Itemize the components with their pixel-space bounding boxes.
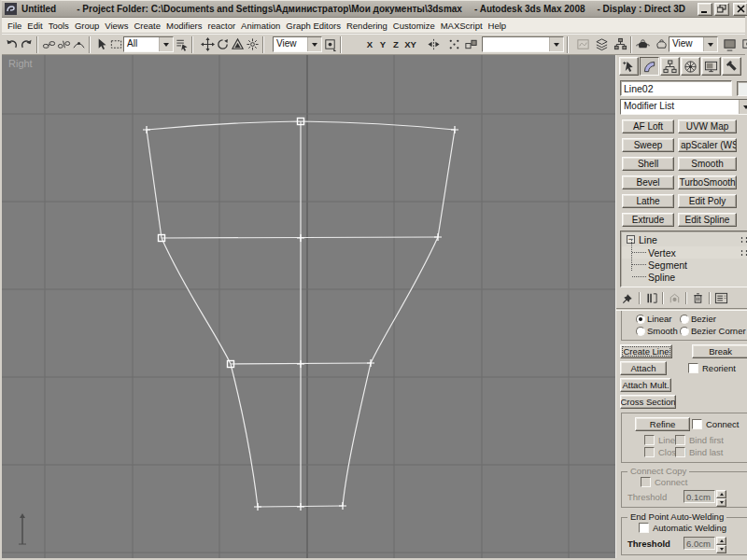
named-selection-combo-arrow[interactable] (549, 37, 563, 51)
minimize-button[interactable] (698, 3, 712, 16)
render-setup-icon[interactable] (635, 36, 650, 53)
viewport-label[interactable]: Right (8, 58, 33, 69)
select-scale-icon[interactable] (230, 36, 245, 53)
modifier-list-arrow[interactable] (739, 100, 747, 114)
menu-animation[interactable]: Animation (238, 20, 283, 32)
hierarchy-tab[interactable] (660, 57, 680, 76)
axis-z-button[interactable]: Z (389, 37, 402, 52)
menu-file[interactable]: File (5, 20, 24, 32)
redo-icon[interactable] (19, 36, 34, 53)
select-manipulate-icon[interactable] (245, 36, 260, 53)
menu-edit[interactable]: Edit (24, 20, 45, 32)
menu-views[interactable]: Views (102, 20, 131, 32)
bind-last-checkbox[interactable] (675, 447, 685, 457)
modifier-button-extrude[interactable]: Extrude (622, 213, 674, 227)
selection-region-icon[interactable] (108, 36, 123, 53)
create-tab[interactable] (619, 57, 639, 76)
refine-button[interactable]: Refine (635, 417, 690, 431)
axis-y-button[interactable]: Y (376, 37, 389, 52)
auto-weld-threshold-field[interactable]: 6.0cm (684, 537, 715, 550)
vertex-type-bezier-radio[interactable] (680, 315, 689, 324)
unlink-icon[interactable] (56, 36, 71, 53)
render-preset-combo-arrow[interactable] (703, 37, 717, 51)
object-color-swatch[interactable] (737, 81, 747, 96)
closed-checkbox[interactable] (644, 447, 655, 457)
connect-copy-checkbox[interactable] (641, 477, 651, 487)
selection-filter-combo-arrow[interactable] (159, 37, 173, 51)
vertex-type-linear-radio[interactable] (636, 315, 645, 324)
modifier-button-edit-spline[interactable]: Edit Spline (678, 213, 737, 227)
axis-xy-button[interactable]: XY (402, 37, 418, 52)
modifier-button-shell[interactable]: Shell (622, 157, 674, 171)
close-button[interactable] (733, 3, 747, 16)
modifier-list-dropdown[interactable]: Modifier List (620, 99, 747, 115)
menu-maxscript[interactable]: MAXScript (438, 20, 486, 32)
object-name-field[interactable]: Line02 (620, 80, 732, 96)
connect-checkbox[interactable] (692, 419, 702, 429)
modifier-button-af-loft[interactable]: AF Loft (622, 119, 674, 133)
menu-rendering[interactable]: Rendering (344, 20, 390, 32)
display-tab[interactable] (701, 57, 721, 76)
modify-tab[interactable] (640, 57, 659, 76)
undo-icon[interactable] (4, 36, 19, 53)
menu-modifiers[interactable]: Modifiers (163, 20, 205, 32)
utilities-tab[interactable] (722, 57, 741, 76)
axis-x-button[interactable]: X (363, 37, 376, 52)
selection-filter-combo[interactable]: All (123, 36, 174, 52)
motion-tab[interactable] (681, 57, 700, 76)
linear-checkbox[interactable] (644, 435, 655, 445)
use-center-icon[interactable] (322, 36, 337, 53)
render-iterative-icon[interactable] (740, 36, 747, 53)
mirror-icon[interactable] (426, 36, 441, 53)
pin-stack-icon[interactable] (620, 290, 636, 306)
reorient-checkbox[interactable] (688, 363, 698, 373)
break-button[interactable]: Break (692, 344, 747, 358)
modifier-button-edit-poly[interactable]: Edit Poly (678, 194, 737, 208)
restore-button[interactable] (714, 3, 729, 16)
connect-copy-threshold-spinner[interactable] (716, 490, 726, 503)
modifier-button-bevel[interactable]: Bevel (622, 175, 674, 189)
menu-customize[interactable]: Customize (390, 20, 438, 32)
menu-create[interactable]: Create (131, 20, 163, 32)
automatic-welding-checkbox[interactable] (639, 523, 649, 533)
configure-sets-icon[interactable] (713, 290, 729, 306)
modifier-button-sweep[interactable]: Sweep (622, 138, 674, 152)
modifier-button-uvw-map[interactable]: UVW Map (678, 119, 737, 133)
viewport-right[interactable]: Right (2, 55, 615, 558)
quick-render-icon[interactable] (654, 36, 669, 53)
snap-toggle-icon[interactable] (446, 36, 461, 53)
bind-spacewarp-icon[interactable] (71, 36, 86, 53)
stack-item-spline[interactable]: Spline (622, 271, 747, 283)
select-move-icon[interactable] (200, 36, 215, 53)
schematic-view-icon[interactable] (613, 36, 627, 53)
create-line-button[interactable]: Create Line (620, 344, 672, 358)
auto-weld-threshold-spinner[interactable] (716, 537, 726, 550)
modifier-button-smooth[interactable]: Smooth (678, 157, 737, 171)
vertex-type-bezier-corner-radio[interactable] (680, 327, 689, 336)
modifier-button-turbosmooth[interactable]: TurboSmooth (678, 175, 737, 189)
layer-manager-icon[interactable] (594, 36, 609, 53)
cross-section-button[interactable]: Cross Section (620, 395, 676, 409)
modifier-button-apscaler-wsm[interactable]: apScaler (WSM (678, 138, 737, 152)
reference-coordinate-combo[interactable]: View (273, 36, 322, 52)
bind-first-checkbox[interactable] (675, 435, 685, 445)
vertex-type-smooth-radio[interactable] (636, 327, 645, 336)
render-preset-combo[interactable]: View (669, 36, 718, 52)
stack-item-segment[interactable]: Segment (622, 259, 747, 271)
menu-help[interactable]: Help (486, 20, 510, 32)
menu-reactor[interactable]: reactor (205, 20, 239, 32)
make-unique-icon[interactable] (667, 290, 683, 306)
select-link-icon[interactable] (41, 36, 56, 53)
attach-mult-button[interactable]: Attach Mult. (620, 378, 671, 392)
render-production-icon[interactable] (722, 36, 737, 53)
connect-copy-threshold-field[interactable]: 0.1cm (684, 490, 715, 503)
stack-item-vertex[interactable]: Vertex (622, 246, 747, 259)
remove-modifier-icon[interactable] (690, 290, 706, 306)
menu-group[interactable]: Group (72, 20, 102, 32)
attach-button[interactable]: Attach (620, 361, 667, 375)
menu-graph-editors[interactable]: Graph Editors (283, 20, 344, 32)
named-selection-combo[interactable] (482, 36, 564, 52)
select-object-icon[interactable] (93, 36, 108, 53)
menu-tools[interactable]: Tools (46, 20, 72, 32)
reference-coordinate-combo-arrow[interactable] (307, 37, 321, 51)
